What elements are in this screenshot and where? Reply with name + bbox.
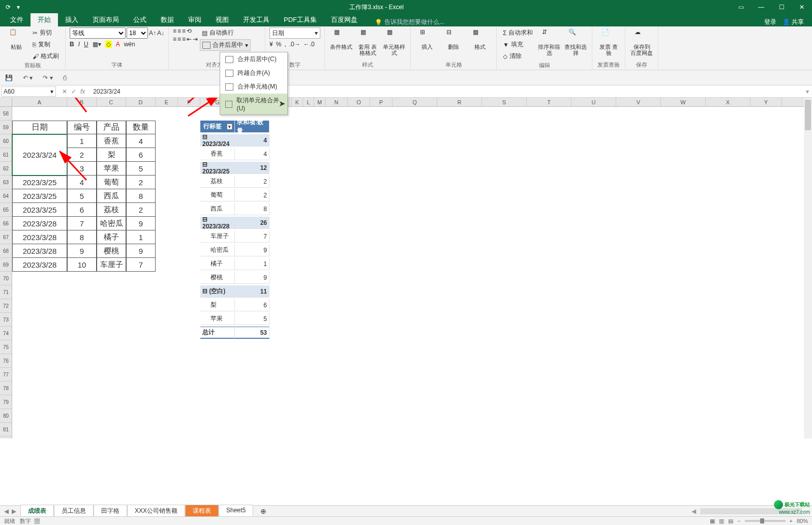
cell[interactable]: 7 bbox=[235, 230, 269, 243]
cell[interactable]: 2 bbox=[235, 176, 269, 188]
sheet-tab[interactable]: Sheet5 bbox=[219, 505, 253, 518]
cell[interactable]: 26 bbox=[235, 217, 269, 229]
col-header-D[interactable]: D bbox=[126, 98, 156, 106]
font-size-select[interactable]: 18 bbox=[127, 27, 148, 39]
save-to-baidu-button[interactable]: ☁保存到 百度网盘 bbox=[629, 27, 654, 57]
tab-review[interactable]: 审阅 bbox=[181, 13, 208, 26]
cell[interactable]: 2 bbox=[235, 189, 269, 201]
comma-icon[interactable]: , bbox=[284, 41, 286, 48]
tab-formulas[interactable]: 公式 bbox=[126, 13, 154, 26]
find-select-button[interactable]: 🔍查找和选择 bbox=[563, 27, 588, 57]
cancel-formula-icon[interactable]: ✕ bbox=[62, 88, 67, 95]
row-header[interactable]: 62 bbox=[0, 162, 12, 176]
cell[interactable]: 8 bbox=[67, 230, 97, 244]
ribbon-options-icon[interactable]: ▭ bbox=[731, 0, 751, 14]
cell[interactable]: 4 bbox=[235, 134, 269, 147]
cell-styles-button[interactable]: ▦单元格样式 bbox=[382, 27, 406, 57]
formula-input[interactable]: 2023/3/24 bbox=[90, 88, 803, 95]
row-header[interactable]: 74 bbox=[0, 327, 12, 340]
format-as-table-button[interactable]: ▦套用 表格格式 bbox=[355, 27, 380, 57]
cell[interactable]: 香蕉 bbox=[200, 148, 235, 160]
row-header[interactable]: 75 bbox=[0, 340, 12, 354]
row-header[interactable]: 70 bbox=[0, 272, 12, 285]
col-header-K[interactable]: K bbox=[292, 98, 303, 106]
col-header-R[interactable]: R bbox=[437, 98, 482, 106]
undo-icon[interactable]: ↶ ▾ bbox=[23, 74, 33, 81]
cell[interactable]: 4 bbox=[126, 134, 156, 148]
cell[interactable]: 苹果 bbox=[200, 313, 235, 325]
cell[interactable]: 8 bbox=[235, 203, 269, 215]
italic-button[interactable]: I bbox=[78, 41, 80, 48]
cell[interactable]: ⊟ 2023/3/24 bbox=[200, 134, 235, 147]
share-button[interactable]: 👤 共享 bbox=[783, 18, 804, 26]
col-header-A[interactable]: A bbox=[12, 98, 67, 106]
align-top-icon[interactable]: ≡ bbox=[173, 27, 176, 35]
col-header-E[interactable]: E bbox=[156, 98, 178, 106]
cell[interactable]: 香蕉 bbox=[97, 134, 126, 148]
align-bottom-icon[interactable]: ≡ bbox=[182, 27, 186, 35]
row-header[interactable]: 72 bbox=[0, 299, 12, 313]
cell[interactable]: 2 bbox=[126, 176, 156, 189]
zoom-slider[interactable] bbox=[745, 520, 786, 522]
cell[interactable]: 哈密瓜 bbox=[200, 244, 235, 256]
tab-home[interactable]: 开始 bbox=[31, 13, 58, 26]
indent-dec-icon[interactable]: ⇤ bbox=[187, 36, 192, 43]
insert-cells-button[interactable]: ⊞插入 bbox=[415, 27, 439, 51]
cell[interactable]: 11 bbox=[235, 285, 269, 298]
cell[interactable]: 车厘子 bbox=[200, 230, 235, 243]
cell[interactable]: 9 bbox=[235, 244, 269, 256]
tab-baidu[interactable]: 百度网盘 bbox=[324, 13, 365, 26]
tab-pdf[interactable]: PDF工具集 bbox=[277, 13, 324, 26]
delete-cells-button[interactable]: ⊟删除 bbox=[441, 27, 466, 51]
col-header-Y[interactable]: Y bbox=[750, 98, 782, 106]
inc-decimal-icon[interactable]: .0→ bbox=[289, 41, 300, 48]
worksheet-grid[interactable]: ABCDEFGHIJKLMNOPQRSTUVWXY 58596061626364… bbox=[0, 98, 812, 439]
zoom-in-icon[interactable]: + bbox=[790, 518, 793, 524]
hscroll-left[interactable]: ◀ bbox=[687, 508, 700, 515]
phonetic-button[interactable]: wén bbox=[124, 41, 135, 48]
zoom-out-icon[interactable]: − bbox=[737, 518, 740, 524]
row-header[interactable]: 79 bbox=[0, 395, 12, 409]
format-cells-button[interactable]: ▦格式 bbox=[468, 27, 492, 51]
cell[interactable]: 总计 bbox=[200, 327, 235, 339]
print-preview-icon[interactable]: ⎙ bbox=[63, 74, 67, 81]
cell[interactable]: 5 bbox=[67, 189, 97, 203]
invoice-check-button[interactable]: 📄发票 查验 bbox=[596, 27, 621, 57]
row-header[interactable]: 76 bbox=[0, 354, 12, 368]
tab-developer[interactable]: 开发工具 bbox=[236, 13, 277, 26]
cell[interactable]: 葡萄 bbox=[97, 176, 126, 189]
row-header[interactable]: 73 bbox=[0, 313, 12, 327]
row-header[interactable]: 71 bbox=[0, 285, 12, 299]
row-header[interactable]: 66 bbox=[0, 217, 12, 230]
cell[interactable]: 西瓜 bbox=[97, 189, 126, 203]
enter-formula-icon[interactable]: ✓ bbox=[71, 88, 76, 95]
orientation-icon[interactable]: ⟲ bbox=[187, 27, 192, 35]
percent-icon[interactable]: % bbox=[276, 41, 282, 48]
qat-dropdown-icon[interactable]: ▾ bbox=[14, 4, 22, 11]
redo-icon[interactable]: ↷ ▾ bbox=[43, 74, 52, 81]
col-header-M[interactable]: M bbox=[314, 98, 325, 106]
fill-color-button[interactable]: ◇ bbox=[105, 41, 112, 48]
sheet-tab[interactable]: 成绩表 bbox=[20, 505, 54, 518]
cell[interactable]: ⊟ 2023/3/28 bbox=[200, 217, 235, 229]
conditional-format-button[interactable]: ▦条件格式 bbox=[329, 27, 353, 51]
cell[interactable]: ⊟ (空白) bbox=[200, 285, 235, 298]
cell[interactable]: 编号 bbox=[67, 121, 97, 134]
cell[interactable]: 2023/3/28 bbox=[12, 230, 67, 244]
cell[interactable]: 2023/3/25 bbox=[12, 176, 67, 189]
cell[interactable]: 2023/3/28 bbox=[12, 258, 67, 272]
col-header-Q[interactable]: Q bbox=[393, 98, 437, 106]
cell[interactable]: 9 bbox=[126, 217, 156, 230]
vertical-scrollbar[interactable] bbox=[804, 98, 812, 439]
cell[interactable]: 樱桃 bbox=[200, 272, 235, 284]
cell[interactable]: 求和项:数量 bbox=[235, 121, 269, 133]
col-header-S[interactable]: S bbox=[482, 98, 527, 106]
cell[interactable]: 葡萄 bbox=[200, 189, 235, 201]
fill-button[interactable]: ▼ 填充 bbox=[501, 39, 535, 50]
tell-me-search[interactable]: 💡 告诉我您想要做什么... bbox=[375, 18, 444, 26]
cell[interactable]: 梨 bbox=[200, 299, 235, 311]
decrease-font-icon[interactable]: A↓ bbox=[157, 30, 164, 37]
underline-button[interactable]: U bbox=[84, 41, 88, 48]
minimize-button[interactable]: — bbox=[751, 0, 771, 14]
row-header[interactable]: 61 bbox=[0, 148, 12, 162]
